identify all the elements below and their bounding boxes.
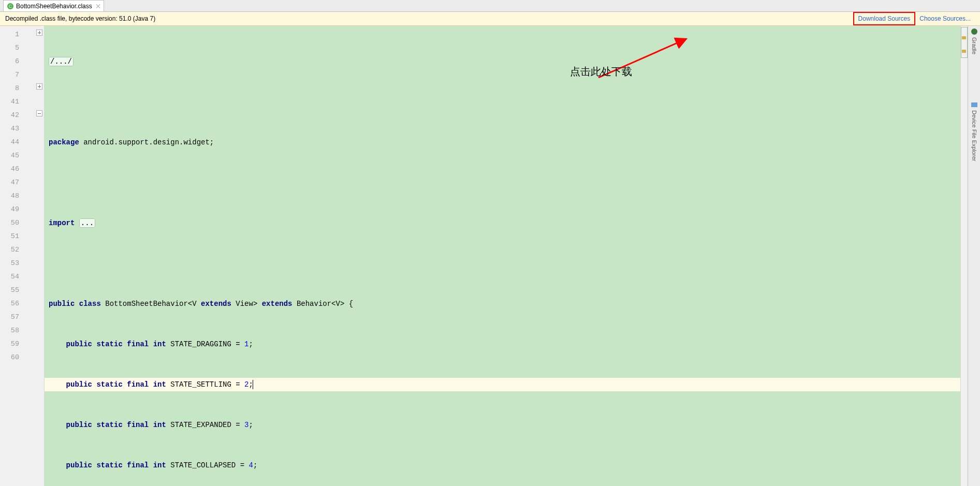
banner-message: Decompiled .class file, bytecode version… [5,15,155,22]
tool-window-device-file-explorer[interactable]: Device File Explorer [971,101,978,161]
annotation-text: 点击此处下载 [570,65,632,78]
folder-icon [971,101,978,108]
close-icon[interactable] [96,4,100,8]
tool-window-gradle[interactable]: Gradle [971,28,978,54]
decompile-banner: Decompiled .class file, bytecode version… [0,12,980,26]
right-tool-strip: Gradle Device File Explorer [968,26,980,486]
folded-region[interactable]: /.../ [49,57,74,66]
editor-tab-label: BottomSheetBehavior.class [16,3,92,10]
class-file-icon: C [7,3,14,10]
folded-region[interactable]: ... [79,218,95,228]
svg-text:C: C [9,4,12,9]
text-caret [253,380,253,389]
editor: 1 5 6 7 8 41 42 43 44 45 46 47 48 49 50 … [0,26,980,486]
svg-point-3 [971,28,977,35]
fold-toggle-icon[interactable] [36,83,42,90]
error-stripe[interactable] [960,26,968,486]
editor-tab[interactable]: C BottomSheetBehavior.class [3,0,104,11]
download-sources-link[interactable]: Download Sources [853,12,916,25]
fold-toggle-icon[interactable] [36,30,42,36]
choose-sources-link[interactable]: Choose Sources... [915,13,975,24]
gradle-icon [971,28,978,35]
svg-rect-4 [971,102,977,107]
gutter: 1 5 6 7 8 41 42 43 44 45 46 47 48 49 50 … [0,26,45,486]
code-area[interactable]: /.../ package android.support.design.wid… [45,26,960,486]
editor-tab-bar: C BottomSheetBehavior.class [0,0,980,12]
fold-toggle-icon[interactable] [36,110,42,116]
